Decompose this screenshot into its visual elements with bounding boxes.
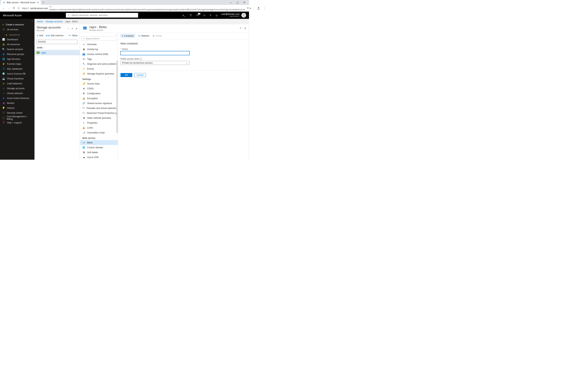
site-info-icon[interactable]: ⓘ	[17, 7, 20, 10]
edit-columns-button[interactable]: ≣≣ Edit columns	[46, 34, 64, 37]
reload-button[interactable]: ⟳	[13, 7, 15, 10]
storage-account-row[interactable]: ragrs	[35, 50, 80, 55]
close-window-button[interactable]: ✕	[243, 1, 245, 4]
close-tab-icon[interactable]: ✕	[37, 1, 39, 4]
pin-icon[interactable]	[71, 27, 73, 30]
nav-item-load-balancers[interactable]: ◈Load balancers	[0, 81, 35, 86]
user-menu[interactable]: user@domain.com MICROSOFT	[221, 13, 246, 18]
nav-item-virtual-machines[interactable]: 💻Virtual machines	[0, 76, 35, 81]
menu-item-encryption[interactable]: 🔒Encryption	[80, 96, 118, 101]
all-services[interactable]: ☲ All services	[0, 27, 35, 32]
maximize-button[interactable]: ▢	[237, 1, 239, 4]
access-level-select[interactable]: Private (no anonymous access) ⌄	[121, 61, 189, 65]
address-bar[interactable]: https://portal.azure.com/?feature.custom…	[22, 5, 245, 11]
browser-menu-icon[interactable]: ⋮	[263, 7, 266, 10]
nav-item-all-resources[interactable]: ▦All resources	[0, 42, 35, 47]
menu-item-azure-cdn[interactable]: ☁Azure CDN	[80, 155, 118, 160]
pin-icon[interactable]	[239, 27, 242, 30]
menu-item-icon: ⚡	[82, 67, 85, 70]
menu-item-overview[interactable]: ▭Overview	[80, 42, 118, 47]
cast-icon[interactable]: ⇱⇲	[247, 7, 251, 10]
scrollbar[interactable]	[116, 60, 118, 133]
menu-item-soft-delete[interactable]: 🗑Soft delete	[80, 150, 118, 155]
browser-tab[interactable]: Blob service - Microsoft Azure ✕	[1, 0, 41, 5]
close-blade-icon[interactable]: ✕	[75, 27, 77, 30]
breadcrumb-home[interactable]: Home	[37, 20, 43, 23]
nav-item-cost-management-billing[interactable]: ◯Cost Management + Billing	[0, 115, 35, 120]
nav-item-virtual-networks[interactable]: ⬡Virtual networks	[0, 91, 35, 96]
menu-item-icon: ☁	[82, 156, 85, 159]
container-name-input[interactable]	[121, 51, 189, 55]
menu-item-access-keys[interactable]: 🔑Access keys	[80, 81, 118, 86]
menu-item-advanced-threat-protection-pr-[interactable]: 🛡Advanced Threat Protection (pr...	[80, 111, 118, 116]
notifications-icon[interactable]: 1	[196, 14, 199, 17]
menu-item-icon: 🔑	[82, 82, 85, 85]
nav-item-help-support[interactable]: ❓Help + support	[0, 120, 35, 125]
settings-icon[interactable]	[203, 14, 206, 17]
access-level-label: Public access level	[121, 58, 139, 60]
menu-item-diagnose-and-solve-problems[interactable]: 🔧Diagnose and solve problems	[80, 61, 118, 66]
info-icon[interactable]: i	[139, 58, 142, 60]
directory-filter-icon[interactable]	[189, 14, 192, 17]
nav-item-security-center[interactable]: 🛡Security Center	[0, 110, 35, 115]
storage-account-link[interactable]: ragrs	[41, 51, 47, 54]
service-icon: ≡	[2, 87, 5, 90]
nav-item-sql-databases[interactable]: 🗄SQL databases	[0, 66, 35, 71]
left-nav: « + Create a resource ☲ All services ★ F…	[0, 19, 35, 160]
menu-item-static-website-preview-[interactable]: 🖥Static website (preview)	[80, 116, 118, 120]
nav-item-dashboard[interactable]: 📊Dashboard	[0, 37, 35, 42]
menu-item-automation-script[interactable]: ⎇Automation script	[80, 130, 118, 135]
more-button[interactable]: ••• More	[68, 34, 77, 37]
help-icon[interactable]: ?	[210, 14, 211, 17]
container-button[interactable]: + Container	[120, 34, 135, 38]
nav-item-app-services[interactable]: 🌐App Services	[0, 57, 35, 61]
add-button[interactable]: + Add	[37, 34, 43, 37]
nav-item-monitor[interactable]: ◉Monitor	[0, 101, 35, 106]
collapse-blade-icon[interactable]: «	[68, 27, 69, 30]
nav-item-azure-cosmos-db[interactable]: 🌍Azure Cosmos DB	[0, 71, 35, 76]
menu-item-firewalls-and-virtual-networks[interactable]: 🛡Firewalls and virtual networks	[80, 106, 118, 111]
feedback-icon[interactable]: ☺	[215, 14, 218, 17]
storage-icon	[37, 51, 39, 54]
menu-item-locks[interactable]: 🔒Locks	[80, 125, 118, 130]
nav-item-resource-groups[interactable]: ▣Resource groups	[0, 52, 35, 57]
back-button[interactable]: ←	[2, 7, 5, 10]
menu-item-configuration[interactable]: ⚙Configuration	[80, 91, 118, 96]
create-resource[interactable]: + Create a resource	[0, 22, 35, 27]
menu-item-cors[interactable]: ⊕CORS	[80, 86, 118, 91]
new-tab-button[interactable]: +	[41, 0, 46, 5]
menu-item-blobs[interactable]: ▭Blobs	[80, 140, 118, 145]
profile-icon[interactable]	[257, 7, 260, 10]
nav-item-function-apps[interactable]: ⚡Function Apps	[0, 61, 35, 66]
cancel-button[interactable]: Cancel	[134, 73, 146, 77]
minimize-button[interactable]: —	[230, 1, 232, 4]
collapse-nav-icon[interactable]: «	[0, 19, 35, 22]
menu-item-tags[interactable]: 🏷Tags	[80, 57, 118, 61]
close-blade-icon[interactable]: ✕	[244, 27, 246, 30]
svg-line-2	[69, 16, 70, 16]
menu-item-access-control-iam-[interactable]: 👥Access control (IAM)	[80, 52, 118, 57]
forward-button[interactable]: →	[7, 7, 10, 10]
azure-brand[interactable]: Microsoft Azure	[3, 14, 22, 17]
nav-item-storage-accounts[interactable]: ≡Storage accounts	[0, 86, 35, 91]
menu-item-events[interactable]: ⚡Events	[80, 66, 118, 71]
menu-item-custom-domain[interactable]: 🌐Custom domain	[80, 145, 118, 150]
nav-item-advisor[interactable]: 💡Advisor	[0, 106, 35, 110]
breadcrumb-storage-accounts[interactable]: Storage accounts	[46, 20, 63, 23]
nav-item-azure-active-directory[interactable]: ◆Azure Active Directory	[0, 96, 35, 101]
menu-search[interactable]: Search (Ctrl+/)	[81, 36, 116, 41]
refresh-button[interactable]: ↻ Refresh	[138, 35, 149, 37]
global-search[interactable]: Search resources, services, and docs	[66, 13, 138, 18]
collapse-menu-icon[interactable]: «	[80, 33, 118, 36]
svg-point-0	[258, 7, 259, 8]
menu-item-properties[interactable]: ⫴Properties	[80, 120, 118, 125]
nav-item-search-services[interactable]: 🔍Search services	[0, 47, 35, 52]
ok-button[interactable]: OK	[121, 73, 132, 77]
column-header-name[interactable]: NAME ↑↓	[35, 46, 80, 50]
menu-item-shared-access-signature[interactable]: 🔗Shared access signature	[80, 101, 118, 106]
menu-item-icon: 🧭	[82, 72, 85, 75]
filter-input[interactable]: RAGRS	[37, 40, 77, 44]
menu-item-activity-log[interactable]: ▮Activity log	[80, 47, 118, 52]
cloud-shell-icon[interactable]: >_	[182, 14, 186, 17]
menu-item-storage-explorer-preview-[interactable]: 🧭Storage Explorer (preview)	[80, 71, 118, 76]
